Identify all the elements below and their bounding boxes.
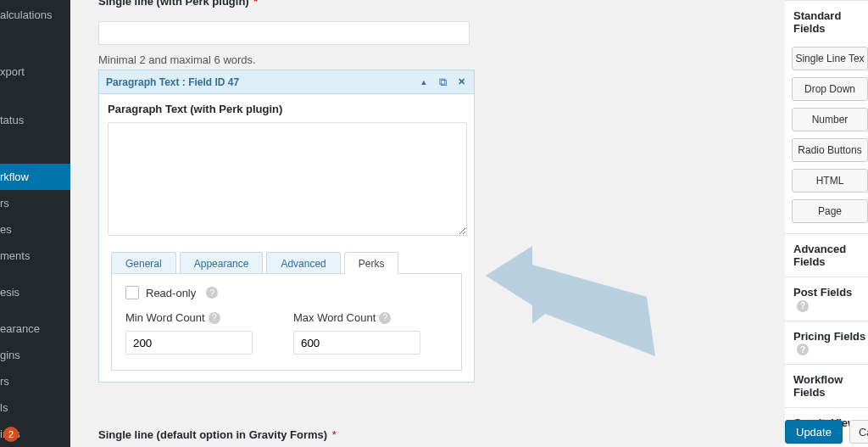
tab-appearance[interactable]: Appearance — [180, 252, 264, 274]
annotation-arrow-icon — [486, 246, 655, 356]
menu-workflow[interactable]: rkflow — [0, 164, 70, 190]
add-number-button[interactable]: Number — [792, 108, 868, 131]
menu-plugins[interactable]: gins — [0, 342, 70, 368]
update-button[interactable]: Update — [785, 420, 843, 444]
max-word-count-input[interactable] — [293, 331, 420, 355]
post-fields-label: Post Fields — [793, 286, 852, 299]
single-line-default-label: Single line (default option in Gravity F… — [98, 428, 327, 441]
readonly-label: Read-only — [146, 287, 196, 299]
paragraph-field-label: Paragraph Text (with Perk plugin) — [108, 103, 465, 115]
advanced-fields-header[interactable]: Advanced Fields — [785, 233, 868, 277]
menu-calculations[interactable]: alculations — [0, 2, 70, 28]
tab-general[interactable]: General — [111, 252, 176, 274]
svg-marker-0 — [486, 246, 655, 356]
help-icon[interactable]: ? — [206, 287, 218, 299]
duplicate-icon[interactable]: ⧉ — [437, 76, 448, 88]
standard-fields-body: Single Line Tex Drop Down Number Radio B… — [785, 43, 868, 233]
min-word-count-input[interactable] — [125, 331, 253, 355]
menu-item-6[interactable]: ments — [0, 243, 70, 269]
menu-tools[interactable]: ls — [0, 394, 70, 421]
workflow-fields-header[interactable]: Workflow Fields — [785, 364, 868, 407]
readonly-checkbox[interactable] — [125, 286, 139, 299]
single-line-perk-helper: Minimal 2 and maximal 6 words. — [98, 53, 470, 66]
form-sidebar: Standard Fields Single Line Tex Drop Dow… — [785, 0, 868, 447]
standard-fields-header[interactable]: Standard Fields — [785, 0, 868, 43]
menu-users[interactable]: rs — [0, 368, 70, 394]
menu-export[interactable]: xport — [0, 59, 70, 85]
help-icon[interactable]: ? — [379, 312, 391, 324]
tab-advanced[interactable]: Advanced — [266, 252, 340, 274]
field-label: Single line (with Perk plugin) * — [98, 0, 470, 8]
add-page-button[interactable]: Page — [792, 199, 868, 223]
add-radio-buttons-button[interactable]: Radio Buttons — [792, 138, 868, 162]
card-header[interactable]: Paragraph Text : Field ID 47 ▲ ⧉ ✕ — [99, 70, 474, 94]
max-word-count-label: Max Word Count — [293, 311, 376, 324]
post-fields-header[interactable]: Post Fields ? — [785, 277, 868, 321]
menu-appearance[interactable]: earance — [0, 316, 70, 342]
collapse-icon[interactable]: ▲ — [418, 76, 430, 88]
pricing-fields-header[interactable]: Pricing Fields ? — [785, 321, 868, 365]
single-line-default-field: Single line (default option in Gravity F… — [98, 428, 337, 441]
single-line-perk-field: Single line (with Perk plugin) * Minimal… — [98, 0, 470, 66]
single-line-perk-label: Single line (with Perk plugin) — [98, 0, 249, 8]
menu-item-5[interactable]: es — [0, 216, 70, 243]
update-count-badge: 2 — [3, 427, 19, 442]
required-indicator: * — [332, 428, 337, 441]
help-icon[interactable]: ? — [797, 300, 809, 312]
paragraph-textarea[interactable] — [108, 122, 467, 236]
required-indicator: * — [253, 0, 258, 8]
perks-tab-panel: Read-only ? Min Word Count ? Max Word Co… — [111, 273, 462, 371]
pricing-fields-label: Pricing Fields — [793, 330, 865, 343]
add-html-button[interactable]: HTML — [792, 169, 868, 193]
single-line-perk-input[interactable] — [98, 21, 470, 45]
card-header-title: Paragraph Text : Field ID 47 — [106, 76, 418, 88]
form-editor-main: Single line (with Perk plugin) * Minimal… — [70, 0, 868, 447]
close-icon[interactable]: ✕ — [455, 76, 467, 88]
tab-perks[interactable]: Perks — [344, 252, 399, 274]
collapse-menu-row[interactable]: 2 — [0, 422, 70, 447]
menu-item-4[interactable]: rs — [0, 190, 70, 216]
add-dropdown-button[interactable]: Drop Down — [792, 77, 868, 101]
help-icon[interactable]: ? — [209, 312, 220, 324]
min-word-count-label: Min Word Count — [125, 311, 205, 324]
cancel-button[interactable]: Cancel — [849, 420, 868, 444]
paragraph-field-card: Paragraph Text : Field ID 47 ▲ ⧉ ✕ Parag… — [98, 70, 475, 383]
menu-genesis[interactable]: esis — [0, 279, 70, 305]
wp-admin-sidebar: alculations xport tatus rkflow rs es men… — [0, 0, 70, 447]
field-settings-tabs: General Appearance Advanced Perks — [108, 252, 465, 274]
menu-status[interactable]: tatus — [0, 107, 70, 133]
help-icon[interactable]: ? — [797, 344, 809, 355]
add-single-line-text-button[interactable]: Single Line Tex — [792, 47, 868, 70]
